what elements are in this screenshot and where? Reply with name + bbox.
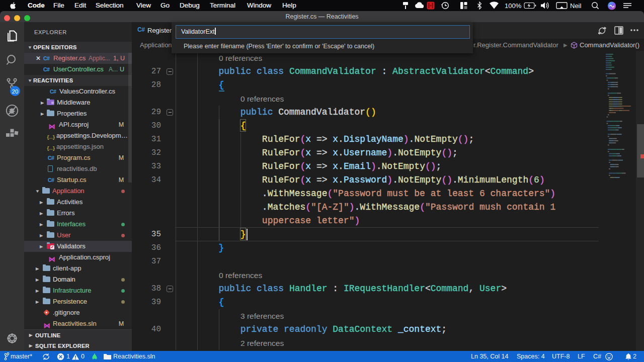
svg-text:20: 20 xyxy=(12,88,19,95)
svg-text:100%: 100% xyxy=(505,2,522,10)
svg-text:Neil: Neil xyxy=(570,2,582,10)
